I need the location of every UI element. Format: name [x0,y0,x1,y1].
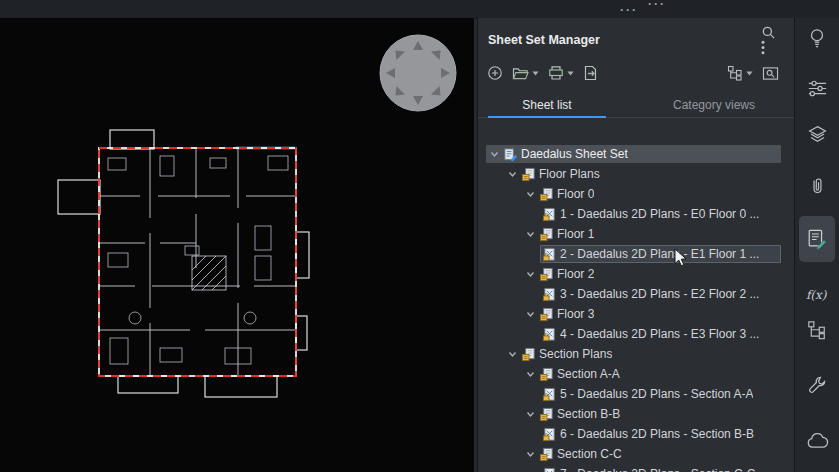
structure-icon [807,320,827,340]
tree-item[interactable]: Floor 1 [478,224,781,244]
sheet-icon [542,247,557,262]
tree-item-label: Section Plans [539,347,612,361]
panel-tabs: Sheet list Category views [478,92,794,118]
sheet-icon [542,327,557,342]
tree-indent [478,165,504,183]
tree-item-label: 4 - Daedalus 2D Plans - E3 Floor 3 ... [560,327,759,341]
sheet-icon [542,387,557,402]
subset-icon [539,407,554,422]
chevron-down-icon[interactable] [506,170,518,179]
tips-button[interactable] [801,22,833,54]
tree-item[interactable]: Section C-C [478,444,781,464]
dropdown-caret-icon [567,71,574,76]
tree-item-label: Floor 0 [557,187,594,201]
tree-item[interactable]: Floor 3 [478,304,781,324]
tree-item[interactable]: 7 - Daedalus 2D Plans - Section C-C [478,464,781,472]
tree-item-label: 3 - Daedalus 2D Plans - E2 Floor 2 ... [560,287,759,301]
sheet-set-manager-panel: Sheet Set Manager Sheet list Category vi… [477,18,794,472]
fields-button[interactable]: f(x) [801,278,833,310]
tree-item[interactable]: 2 - Daedalus 2D Plans - E1 Floor 1 ... [478,244,781,264]
tree-item-label: Floor 1 [557,227,594,241]
tree-item[interactable]: 4 - Daedalus 2D Plans - E3 Floor 3 ... [478,324,781,344]
paperclip-icon [808,176,827,197]
tree-item[interactable]: Section A-A [478,364,781,384]
layers-button[interactable] [801,118,833,150]
tree-item[interactable]: Daedalus Sheet Set [478,144,781,164]
tree-indent [478,205,540,223]
sheet-icon [542,427,557,442]
application-window: ··· ··· [0,0,839,472]
sheet-icon [542,467,557,472]
chevron-down-icon[interactable] [524,410,536,419]
cloud-button[interactable] [801,424,833,456]
publish-icon [583,65,599,81]
chevron-down-icon[interactable] [506,350,518,359]
tree-item[interactable]: Floor 2 [478,264,781,284]
tab-sheet-list[interactable]: Sheet list [488,92,606,117]
properties-button[interactable] [801,72,833,104]
preview-toggle-button[interactable] [761,65,780,82]
customize-button[interactable] [801,369,833,401]
chevron-down-icon[interactable] [488,150,500,159]
navigation-wheel[interactable] [378,33,458,113]
dropdown-caret-icon [532,71,539,76]
drawing-canvas[interactable] [0,18,474,472]
tree-indent [478,365,522,383]
chevron-down-icon[interactable] [524,450,536,459]
sheet-set-manager-button[interactable] [799,216,835,262]
sliders-icon [807,79,828,98]
tree-item-label: Floor 2 [557,267,594,281]
chevron-down-icon[interactable] [524,230,536,239]
publish-button[interactable] [582,64,600,82]
overflow-dots[interactable]: ··· [648,0,666,10]
tree-item[interactable]: 6 - Daedalus 2D Plans - Section B-B [478,424,781,444]
print-button[interactable] [547,64,575,82]
view-options-button[interactable] [726,64,754,82]
tree-item-label: Floor Plans [539,167,600,181]
tree-indent [478,345,504,363]
dropdown-caret-icon [746,71,753,76]
tree-item[interactable]: 1 - Daedalus 2D Plans - E0 Floor 0 ... [478,204,781,224]
tree-indent [478,425,540,443]
panel-title: Sheet Set Manager [488,33,747,47]
tree-item[interactable]: 3 - Daedalus 2D Plans - E2 Floor 2 ... [478,284,781,304]
tree-indent [478,265,522,283]
search-button[interactable] [761,25,776,40]
search-icon [761,25,776,40]
tree-indent [478,465,540,472]
tree-item[interactable]: Section Plans [478,344,781,364]
open-folder-icon [512,66,529,81]
active-tab-underline [488,116,606,118]
circle-plus-icon [487,65,503,81]
tree-item[interactable]: Floor Plans [478,164,781,184]
structure-button[interactable] [801,314,833,346]
chevron-down-icon[interactable] [524,190,536,199]
fx-icon: f(x) [805,285,830,303]
subset-icon [539,307,554,322]
tree-item[interactable]: Floor 0 [478,184,781,204]
subset-icon [521,167,536,182]
tree-item-label: Section A-A [557,367,620,381]
chevron-down-icon[interactable] [524,270,536,279]
overflow-dots[interactable]: ··· [620,4,638,16]
sheet-tree: Daedalus Sheet SetFloor PlansFloor 01 - … [478,144,781,472]
attachments-button[interactable] [801,170,833,202]
tree-indent [478,145,486,163]
tree-item-label: Section B-B [557,407,620,421]
tree-indent [478,285,540,303]
new-sheet-button[interactable] [486,64,504,82]
tree-item[interactable]: 5 - Daedalus 2D Plans - Section A-A [478,384,781,404]
chevron-down-icon[interactable] [524,310,536,319]
tab-category-views[interactable]: Category views [636,92,792,117]
panel-header-icons [747,25,776,55]
panel-toolbar [478,60,794,86]
open-sheetset-button[interactable] [511,65,540,82]
subset-icon [539,267,554,282]
chevron-down-icon[interactable] [524,370,536,379]
tree-item-label: 6 - Daedalus 2D Plans - Section B-B [560,427,754,441]
tree-indent [478,325,540,343]
panel-menu-button[interactable] [761,40,776,55]
toolbar-left-group [486,64,600,82]
tree-indent [478,305,522,323]
tree-item[interactable]: Section B-B [478,404,781,424]
